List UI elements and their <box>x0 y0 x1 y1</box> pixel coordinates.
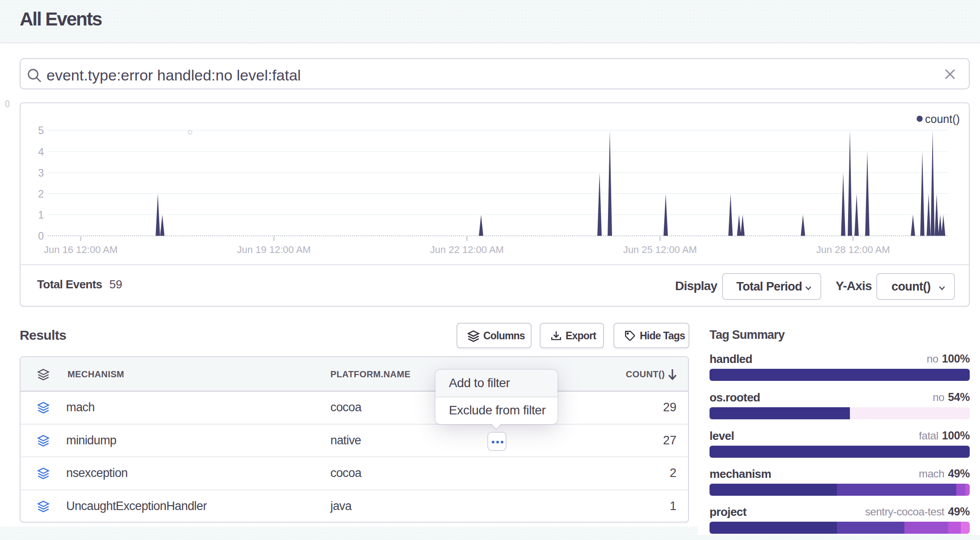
svg-text:Jun 19 12:00 AM: Jun 19 12:00 AM <box>237 244 311 255</box>
svg-text:2: 2 <box>38 188 44 200</box>
svg-text:count(): count() <box>925 113 960 125</box>
svg-text:Jun 16 12:00 AM: Jun 16 12:00 AM <box>44 244 118 255</box>
svg-text:3: 3 <box>38 167 44 179</box>
svg-text:1: 1 <box>38 209 44 221</box>
svg-text:5: 5 <box>38 125 44 136</box>
svg-text:0: 0 <box>38 230 44 242</box>
svg-text:Jun 28 12:00 AM: Jun 28 12:00 AM <box>816 244 890 255</box>
svg-text:Jun 25 12:00 AM: Jun 25 12:00 AM <box>623 244 697 255</box>
svg-text:Jun 22 12:00 AM: Jun 22 12:00 AM <box>430 244 504 255</box>
svg-text:4: 4 <box>38 146 44 158</box>
